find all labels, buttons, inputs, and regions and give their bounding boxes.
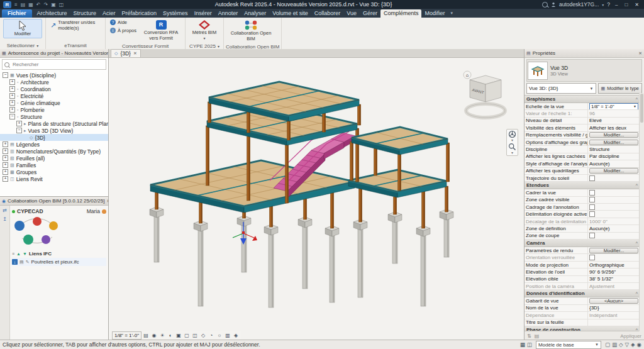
property-row-style-d-affichage-de-l-analyse[interactable]: Style d'affichage de l'analyse...Aucun(e…: [525, 160, 640, 167]
openbim-button[interactable]: Collaboration Open BIM: [227, 19, 275, 43]
shadows-icon[interactable]: ◐: [167, 332, 174, 340]
property-row-el-vation-cible[interactable]: Elévation cible38' 5 1/32": [525, 276, 640, 283]
share-icon[interactable]: ⇄: [3, 208, 7, 213]
property-value[interactable]: <Aucun>: [588, 297, 640, 304]
temporary-hide-isolate-icon[interactable]: ◔: [208, 332, 215, 340]
ribbon-tab-syst-mes[interactable]: Systèmes: [160, 9, 191, 18]
property-row-discipline[interactable]: DisciplineStructure: [525, 146, 640, 153]
panel-label-etransmit[interactable]: eTransmit: [46, 42, 105, 49]
steering-wheel-button[interactable]: [508, 130, 516, 138]
zoom-caret-icon[interactable]: ▾: [511, 152, 513, 155]
expander-icon[interactable]: +: [16, 121, 22, 126]
update-icon[interactable]: ↥: [3, 216, 7, 222]
ribbon-tab-architecture[interactable]: Architecture: [34, 9, 70, 18]
property-row-zone-de-coupe[interactable]: Zone de coupe: [525, 233, 640, 240]
sync-icon[interactable]: ◫: [58, 1, 65, 9]
tree-item-familles[interactable]: +▨Familles: [0, 162, 108, 169]
property-value[interactable]: Modifier...: [588, 139, 640, 145]
account-caret-icon[interactable]: ▾: [602, 3, 604, 7]
property-value[interactable]: [588, 233, 640, 239]
maximize-button[interactable]: □: [623, 2, 630, 8]
property-row-valeur-de-l-chelle-1[interactable]: Valeur de l'échelle 1:96: [525, 110, 640, 117]
expander-icon[interactable]: −: [3, 72, 8, 78]
worksharing-icon[interactable]: ▦: [520, 341, 525, 348]
scrollbar-thumb[interactable]: [640, 94, 643, 123]
panel-label-select[interactable]: Sélectionner▾: [0, 42, 45, 49]
property-row-param-tres-de-rendu[interactable]: Paramètres de renduModifier...: [525, 247, 640, 254]
ribbon-tab-annoter[interactable]: Annoter: [215, 9, 242, 18]
close-icon[interactable]: ✕: [638, 51, 642, 56]
ifc-links-row[interactable]: ≡ ▲ ▼ Liens IFC: [12, 250, 106, 258]
ribbon-tab-vue[interactable]: Vue: [343, 9, 360, 18]
property-value[interactable]: Par discipline: [588, 153, 640, 160]
property-value[interactable]: Modifier...: [588, 247, 640, 253]
crop-view-icon[interactable]: ▢: [183, 332, 191, 340]
expander-icon[interactable]: +: [9, 86, 15, 92]
properties-scrollbar[interactable]: [639, 93, 644, 331]
tree-item-feuilles-all[interactable]: +▧Feuilles (all): [0, 155, 108, 162]
cype-metres-button[interactable]: Métrés BIM ▾: [189, 19, 220, 42]
ribbon-tab-g-rer[interactable]: Gérer: [360, 9, 380, 18]
property-row-d-limitation-loign-e-active[interactable]: Délimitation éloignée active: [525, 211, 640, 218]
property-row-afficher-les-lignes-cach-es[interactable]: Afficher les lignes cachéesPar disciplin…: [525, 153, 640, 160]
project-browser-header[interactable]: ▦ Arborescence du projet - Nouveautés Ve…: [0, 49, 108, 58]
ribbon-tab-volume-et-site[interactable]: Volume et site: [269, 9, 311, 18]
section-cam-ra[interactable]: Caméra^: [525, 240, 640, 247]
press-drag-icon[interactable]: ◇: [619, 341, 623, 348]
property-value[interactable]: Aucun(e): [588, 160, 640, 167]
save-icon[interactable]: ▦: [27, 1, 35, 9]
property-row-options-d-affichage-des-grap[interactable]: Options d'affichage des grap...Modifier.…: [525, 139, 640, 146]
modify-value-button[interactable]: Modifier...: [589, 140, 638, 145]
menu-icon[interactable]: ≡: [13, 1, 19, 9]
account-name[interactable]: autodesk1Y7G...: [559, 1, 599, 8]
tree-item-plomberie[interactable]: +▫Plomberie: [0, 106, 108, 113]
property-value[interactable]: [588, 175, 640, 181]
property-row-d-calage-de-la-d-limitation[interactable]: Décalage de la délimitation é...1000' 0": [525, 218, 640, 225]
property-value[interactable]: [588, 197, 640, 203]
openbim-header[interactable]: ◉ Collaboration Open BIM [5.0.0.12 25/02…: [0, 197, 108, 206]
property-row-zone-de-d-finition[interactable]: Zone de définitionAucun(e): [525, 225, 640, 232]
expander-icon[interactable]: +: [9, 100, 15, 106]
ribbon-tab-collaborer[interactable]: Collaborer: [311, 9, 344, 18]
tree-item-l-gendes[interactable]: +▤Légendes: [0, 141, 108, 148]
expander-icon[interactable]: −: [9, 114, 15, 119]
ribbon-tab-compl-ments[interactable]: Compléments: [380, 9, 422, 18]
expander-icon[interactable]: +: [3, 176, 8, 182]
collapse-icon[interactable]: ^: [636, 97, 638, 101]
checkbox[interactable]: [589, 197, 595, 202]
properties-help-icon[interactable]: ⇅: [527, 333, 531, 339]
ribbon-tab-analyser[interactable]: Analyser: [241, 9, 269, 18]
edit-icon[interactable]: ✎: [26, 260, 30, 265]
close-icon[interactable]: ✕: [133, 51, 137, 56]
revit-app-icon[interactable]: R: [3, 1, 11, 8]
value-combobox[interactable]: 1/8" = 1'-0"▼: [589, 103, 638, 109]
only-editable-icon[interactable]: ▥: [612, 341, 617, 348]
section-donn-es-d-identification[interactable]: Données d'identification^: [525, 290, 640, 297]
property-value[interactable]: Modifier...: [588, 168, 640, 174]
help-icon[interactable]: ?: [607, 1, 610, 8]
checkbox[interactable]: [589, 204, 595, 210]
tree-item-electricit[interactable]: +▫Electricité: [0, 92, 108, 99]
tree-item-architecture[interactable]: +▫Architecture: [0, 79, 108, 86]
viewcube[interactable]: AVANT ⌂: [462, 70, 509, 123]
property-row-cadrer-la-vue[interactable]: Cadrer la vue: [525, 189, 640, 196]
section-graphismes[interactable]: Graphismes^: [525, 96, 640, 103]
temporary-view-properties-icon[interactable]: ▥: [224, 332, 231, 340]
property-value[interactable]: Orthographique: [588, 262, 640, 268]
tree-item-3d[interactable]: ◇{3D}: [0, 134, 108, 141]
ribbon-tab-modifier[interactable]: Modifier: [421, 9, 448, 18]
collapse-icon[interactable]: ^: [636, 241, 638, 245]
ribbon-tab-fichier[interactable]: Fichier: [2, 9, 32, 18]
scale-button[interactable]: 1/8" = 1'-0": [112, 331, 142, 340]
expander-icon[interactable]: +: [9, 93, 15, 99]
etransmit-button[interactable]: ↗ Transférer un/des modèle(s): [49, 19, 102, 32]
tree-item-vues-discipline[interactable]: −▦Vues (Discipline): [0, 72, 108, 79]
detail-level-icon[interactable]: ▤: [142, 332, 150, 340]
modify-value-button[interactable]: Modifier...: [589, 248, 638, 253]
workset-selector[interactable]: Modèle de base▼: [536, 341, 601, 349]
expander-icon[interactable]: +: [3, 141, 8, 147]
wheel-caret-icon[interactable]: ▾: [511, 139, 513, 142]
ribbon-tab-pr-fabrication[interactable]: Préfabrication: [119, 9, 160, 18]
panel-label-formit[interactable]: Convertisseur Formit: [106, 43, 185, 49]
property-row-orientation-verrouill-e[interactable]: Orientation verrouillée: [525, 254, 640, 261]
